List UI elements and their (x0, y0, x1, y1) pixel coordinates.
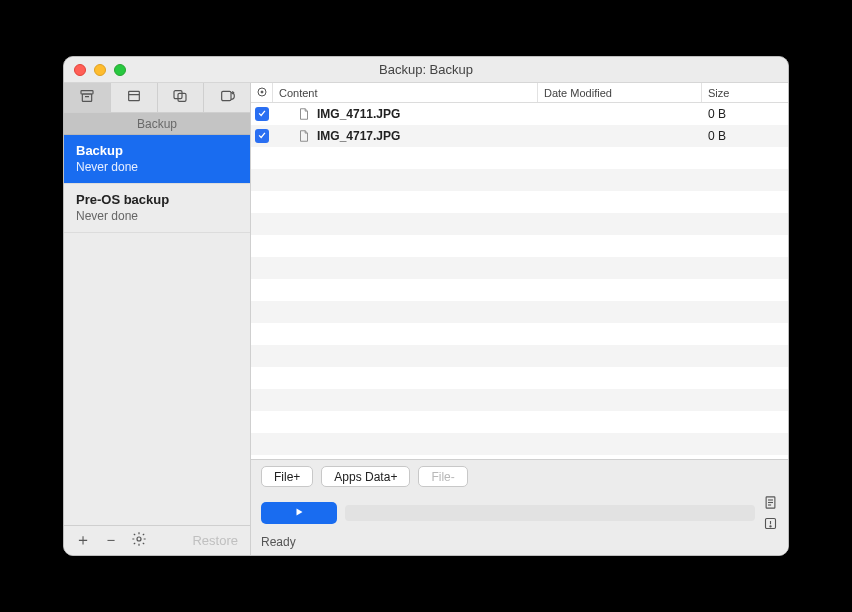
log-button[interactable] (763, 495, 778, 510)
progress-bar (345, 505, 755, 521)
zoom-window-button[interactable] (114, 64, 126, 76)
file-size: 0 B (702, 103, 788, 125)
add-file-button[interactable]: File+ (261, 466, 313, 487)
table-header: Content Date Modified Size (251, 83, 788, 103)
remove-profile-button[interactable]: － (100, 530, 122, 552)
table-row[interactable]: IMG_4711.JPG0 B (251, 103, 788, 125)
side-icon-group (763, 495, 778, 531)
svg-point-8 (137, 537, 141, 541)
file-date (538, 125, 702, 147)
file-date (538, 103, 702, 125)
sidebar-item[interactable]: BackupNever done (64, 135, 250, 184)
sidebar-item-title: Pre-OS backup (76, 192, 238, 207)
minimize-window-button[interactable] (94, 64, 106, 76)
add-profile-button[interactable]: ＋ (72, 530, 94, 552)
archive-box-icon (78, 88, 96, 107)
run-backup-button[interactable] (261, 502, 337, 524)
sidebar-tab-backup[interactable] (64, 83, 111, 113)
table-row-empty (251, 257, 788, 279)
sidebar: Backup BackupNever donePre-OS backupNeve… (64, 83, 251, 555)
refresh-box-icon (218, 88, 236, 107)
table-row-empty (251, 301, 788, 323)
close-window-button[interactable] (74, 64, 86, 76)
target-icon (256, 86, 268, 100)
row-checkbox[interactable] (255, 129, 269, 143)
table-row-empty (251, 367, 788, 389)
app-window: Backup: Backup (63, 56, 789, 556)
alert-button[interactable] (763, 516, 778, 531)
check-icon (257, 107, 267, 121)
row-checkbox[interactable] (255, 107, 269, 121)
window-title: Backup: Backup (64, 62, 788, 77)
file-icon (297, 106, 311, 122)
column-header-checked[interactable] (251, 83, 273, 102)
svg-point-10 (261, 91, 263, 93)
restore-button[interactable]: Restore (192, 533, 242, 548)
play-icon (293, 506, 305, 521)
minus-icon: － (103, 530, 119, 551)
sidebar-item-subtitle: Never done (76, 160, 238, 174)
table-row-empty (251, 213, 788, 235)
table-row-empty (251, 147, 788, 169)
table-row-empty (251, 411, 788, 433)
svg-point-18 (770, 526, 771, 527)
svg-rect-7 (222, 91, 231, 100)
settings-button[interactable] (128, 530, 150, 552)
titlebar: Backup: Backup (64, 57, 788, 83)
sidebar-item[interactable]: Pre-OS backupNever done (64, 184, 250, 233)
table-row-empty (251, 235, 788, 257)
overlap-icon (171, 88, 189, 107)
sidebar-tab-cloud[interactable] (204, 83, 250, 113)
table-row-empty (251, 433, 788, 455)
add-apps-data-button[interactable]: Apps Data+ (321, 466, 410, 487)
action-button-row: File+ Apps Data+ File- (261, 466, 778, 487)
bottom-panel: File+ Apps Data+ File- (251, 459, 788, 555)
table-row-empty (251, 389, 788, 411)
window-body: Backup BackupNever donePre-OS backupNeve… (64, 83, 788, 555)
traffic-lights (64, 64, 126, 76)
sidebar-item-title: Backup (76, 143, 238, 158)
file-icon (297, 128, 311, 144)
file-size: 0 B (702, 125, 788, 147)
sidebar-item-subtitle: Never done (76, 209, 238, 223)
file-name: IMG_4711.JPG (317, 107, 400, 121)
sidebar-list: BackupNever donePre-OS backupNever done (64, 135, 250, 525)
column-header-content[interactable]: Content (273, 83, 538, 102)
svg-marker-11 (297, 508, 303, 515)
main-panel: Content Date Modified Size IMG_4711.JPG0… (251, 83, 788, 555)
sidebar-tab-sync[interactable] (158, 83, 205, 113)
sidebar-section-label: Backup (64, 113, 250, 135)
svg-rect-1 (82, 94, 91, 101)
remove-file-button[interactable]: File- (418, 466, 467, 487)
table-row-empty (251, 323, 788, 345)
sidebar-tab-schedule[interactable] (111, 83, 158, 113)
table-row-empty (251, 169, 788, 191)
column-header-date[interactable]: Date Modified (538, 83, 702, 102)
box-icon (125, 88, 143, 107)
column-header-size[interactable]: Size (702, 83, 788, 102)
table-row-empty (251, 279, 788, 301)
table-row[interactable]: IMG_4717.JPG0 B (251, 125, 788, 147)
sidebar-footer: ＋ － Restore (64, 525, 250, 555)
gear-icon (131, 531, 147, 551)
file-name: IMG_4717.JPG (317, 129, 400, 143)
check-icon (257, 129, 267, 143)
svg-rect-3 (128, 91, 139, 100)
sidebar-tabs (64, 83, 250, 113)
table-row-empty (251, 345, 788, 367)
table-row-empty (251, 191, 788, 213)
plus-icon: ＋ (75, 530, 91, 551)
file-table[interactable]: IMG_4711.JPG0 BIMG_4717.JPG0 B (251, 103, 788, 459)
status-text: Ready (261, 535, 778, 549)
run-row (261, 495, 778, 531)
